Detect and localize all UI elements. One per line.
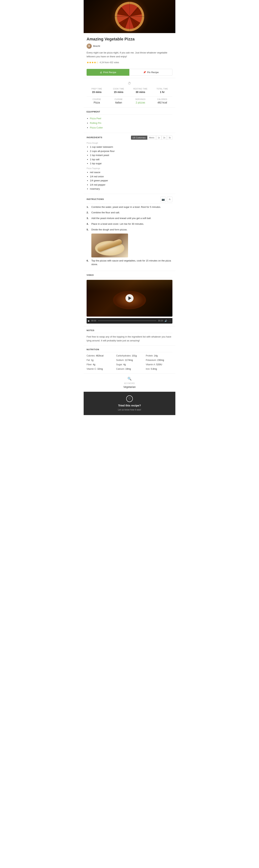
instruction-image: [91, 234, 128, 257]
equipment-link[interactable]: Pizza Cutter: [90, 126, 103, 129]
list-item: 1 cup water lukewarm: [90, 145, 173, 149]
footer-cta: ♡ Tried this recipe? Let us know how it …: [84, 392, 175, 415]
video-fullscreen-icon[interactable]: ⛶: [169, 319, 171, 322]
list-item: 1/4 red pepper: [90, 183, 173, 187]
list-item: 2. Combine the flour and salt.: [86, 211, 173, 215]
list-item: 1 tsp salt: [90, 158, 173, 161]
equipment-link[interactable]: Pizza Peel: [90, 117, 101, 120]
printer-icon: 🖨: [100, 71, 102, 74]
notes-section: NOTES Feel free to swap any of the toppi…: [84, 326, 175, 345]
stars: ★★★★☆: [86, 60, 99, 65]
servings-detail: SERVINGS 2 pizzas: [130, 98, 151, 104]
footer-cta-subtitle: Let us know how it was!: [86, 408, 173, 411]
camera-button[interactable]: 📷: [160, 196, 166, 202]
clock-icon: ⏱: [128, 81, 131, 86]
nutrition-calories: Calories: 482kcal: [86, 354, 113, 358]
cook-time: COOK TIME 15 mins: [108, 88, 129, 94]
print-button[interactable]: 🖨 Print Recipe: [86, 69, 129, 76]
times-section: ⏱ PREP TIME 15 mins COOK TIME 15 mins RE…: [84, 78, 175, 108]
list-item: Rolling Pin: [90, 121, 173, 125]
video-time-current: 00:00: [91, 319, 96, 322]
ingredients-header: INGREDIENTS US Customary Metric 1x 2x 3x: [86, 135, 173, 140]
video-controls: ▶ 00:00 00:20 🔊 ⛶: [86, 318, 173, 323]
heart-icon: ♡: [126, 395, 133, 402]
instructions-list: 1. Combine the water, yeast and sugar in…: [86, 205, 173, 232]
metric-button[interactable]: Metric: [147, 135, 156, 140]
nutrition-calcium: Calcium: 19mg: [116, 367, 143, 371]
1x-button[interactable]: 1x: [156, 135, 161, 140]
rating-row: ★★★★☆ 4.24 from 432 votes: [86, 60, 173, 65]
keyword-section: 🔍 KEYWORD Vegetarian: [84, 374, 175, 392]
nutrition-vitamin-a: Vitamin A: 520IU: [146, 363, 173, 366]
list-item: 1 tsp instant yeast: [90, 153, 173, 157]
footer-cta-title: Tried this recipe?: [86, 403, 173, 408]
hero-image: [84, 0, 175, 33]
course-grid: COURSE Pizza CUISINE Italian SERVINGS 2 …: [86, 98, 173, 104]
total-time: TOTAL TIME 1 hr: [152, 88, 173, 94]
notes-text: Feel free to swap any of the topping in …: [86, 335, 173, 343]
video-progress-bar[interactable]: [98, 320, 157, 321]
unit-buttons: US Customary Metric 1x 2x 3x: [131, 135, 173, 140]
list-item: 3. Add the yeast mixture and knead until…: [86, 216, 173, 220]
camera-icon: 📷: [161, 198, 165, 201]
nutrition-sodium: Sodium: 1174mg: [116, 359, 143, 362]
keyword-value[interactable]: Vegetarian: [86, 385, 173, 389]
3x-button[interactable]: 3x: [167, 135, 173, 140]
ingredient-group-label-dough: Pizza Dough: [86, 142, 173, 145]
instructions-icons: 📷 A: [160, 196, 173, 202]
play-icon: [128, 297, 131, 300]
nutrition-potassium: Potassium: 230mg: [146, 359, 173, 362]
nutrition-iron: Iron: 5.8mg: [146, 367, 173, 371]
nutrition-grid: Calories: 482kcal Carbohydrates: 101g Pr…: [86, 354, 173, 371]
equipment-link[interactable]: Rolling Pin: [90, 122, 101, 124]
ingredients-section: INGREDIENTS US Customary Metric 1x 2x 3x…: [84, 133, 175, 194]
strikethrough-icon: A: [169, 198, 171, 200]
instructions-section: INSTRUCTIONS 📷 A 1. Combine the water, y…: [84, 194, 175, 271]
nutrition-carbs: Carbohydrates: 101g: [116, 354, 143, 358]
instructions-header: INSTRUCTIONS 📷 A: [86, 196, 173, 204]
action-buttons: 🖨 Print Recipe 📌 Pin Recipe: [84, 67, 175, 78]
nutrition-sugar: Sugar: 4g: [116, 363, 143, 366]
list-item: 4. Place in a bowl and cover. Let rise f…: [86, 222, 173, 226]
cuisine-detail: CUISINE Italian: [108, 98, 129, 104]
video-play-icon[interactable]: ▶: [88, 319, 90, 322]
ingredient-list-toppings: red sauce 1/4 red onion 1/4 green pepper…: [86, 170, 173, 191]
list-item: rosemary: [90, 187, 173, 191]
instructions-list-continued: 6. Top the pizzas with sauce and vegetab…: [86, 259, 173, 267]
video-volume-icon[interactable]: 🔊: [164, 319, 167, 322]
list-item: Pizza Peel: [90, 117, 173, 120]
list-item: 6. Top the pizzas with sauce and vegetab…: [86, 259, 173, 267]
recipe-description: Every night can be pizza night, if you a…: [86, 51, 173, 59]
pizza-image: [115, 2, 144, 31]
author-name[interactable]: Brecht: [93, 44, 100, 48]
list-item: 2 cups all-purpose flour: [90, 149, 173, 153]
list-item: 1. Combine the water, yeast and sugar in…: [86, 205, 173, 209]
nutrition-vitamin-c: Vitamin C: 32mg: [86, 367, 113, 371]
nutrition-fat: Fat: 1g: [86, 359, 113, 362]
list-item: Pizza Cutter: [90, 126, 173, 129]
video-thumbnail[interactable]: [86, 280, 173, 317]
ingredient-group-label-toppings: Pizza Toppings: [86, 167, 173, 170]
play-button[interactable]: [125, 294, 134, 302]
rating-text[interactable]: 4.24 from 432 votes: [100, 61, 119, 64]
equipment-list: Pizza Peel Rolling Pin Pizza Cutter: [86, 117, 173, 129]
list-item: red sauce: [90, 170, 173, 174]
video-section: VIDEO ▶ 00:00 00:20 🔊 ⛶: [84, 271, 175, 326]
list-item: 1/4 green pepper: [90, 179, 173, 182]
author-avatar: B: [86, 43, 92, 49]
strikethrough-button[interactable]: A: [167, 196, 173, 202]
us-customary-button[interactable]: US Customary: [131, 135, 147, 140]
nutrition-section: NUTRITION Calories: 482kcal Carbohydrate…: [84, 345, 175, 374]
pin-button[interactable]: 📌 Pin Recipe: [129, 69, 173, 76]
times-grid: PREP TIME 15 mins COOK TIME 15 mins REST…: [86, 88, 173, 94]
prep-time: PREP TIME 15 mins: [86, 88, 107, 94]
search-icon: 🔍: [86, 376, 173, 381]
nutrition-protein: Protein: 14g: [146, 354, 173, 358]
pinterest-icon: 📌: [143, 71, 146, 74]
author-row: B Brecht: [86, 43, 173, 49]
2x-button[interactable]: 2x: [161, 135, 167, 140]
resting-time: RESTING TIME 30 mins: [130, 88, 151, 94]
course-detail: COURSE Pizza: [86, 98, 107, 104]
equipment-section: EQUIPMENT Pizza Peel Rolling Pin Pizza C…: [84, 108, 175, 133]
recipe-title: Amazing Vegetable Pizza: [86, 36, 173, 42]
